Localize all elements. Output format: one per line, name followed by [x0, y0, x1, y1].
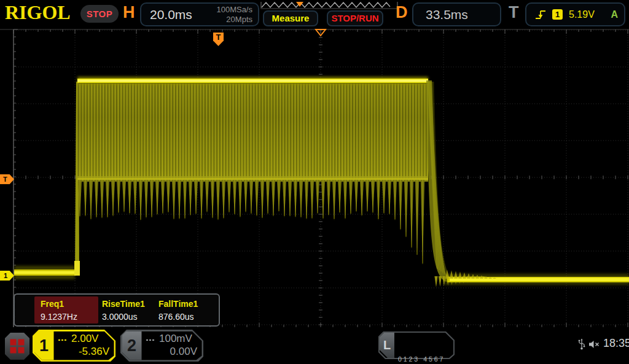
- sample-rate: 100MSa/s: [216, 5, 252, 15]
- delay-box[interactable]: 33.5ms: [412, 2, 501, 26]
- usb-icon: [578, 338, 585, 350]
- channel1-scale: 2.00V: [71, 333, 98, 345]
- trigger-label: T: [509, 3, 519, 22]
- channel2-badge[interactable]: 2 100mV 0.00V: [120, 330, 203, 362]
- horizontal-label: H: [123, 3, 135, 22]
- bottom-status-bar: 1 2.00V -5.36V 2 100mV 0.00V: [0, 328, 629, 364]
- measurement-value: 876.60us: [158, 312, 216, 322]
- measurement-label: Freq1: [41, 299, 98, 309]
- trigger-source-badge: 1: [552, 9, 563, 20]
- measurement-label: FallTime1: [158, 299, 216, 309]
- measurement-freq1[interactable]: Freq1 9.1237Hz: [34, 296, 98, 323]
- memory-position-bar: [260, 1, 398, 9]
- acquisition-status-badge: STOP: [80, 5, 119, 23]
- trigger-box[interactable]: 1 5.19V A: [525, 2, 625, 26]
- menu-grid-icon: [10, 339, 25, 354]
- timebase-value: 20.0ms: [150, 4, 192, 25]
- delay-reference-marker: [314, 29, 327, 37]
- dc-coupling-icon: [58, 338, 68, 341]
- memory-depth: 20Mpts: [216, 15, 252, 25]
- measurement-risetime1[interactable]: RiseTime1 3.0000us: [98, 296, 155, 323]
- trigger-level-value: 5.19V: [569, 9, 595, 20]
- measurement-falltime1[interactable]: FallTime1 876.60us: [155, 296, 216, 323]
- top-status-bar: RIGOL STOP H 20.0ms 100MSa/s 20Mpts Meas…: [0, 0, 629, 28]
- measurement-value: 3.0000us: [102, 312, 155, 322]
- channel1-offset: -5.36V: [58, 346, 109, 358]
- speaker-muted-icon: [588, 340, 601, 349]
- channel2-scale: 100mV: [159, 333, 192, 345]
- measure-button[interactable]: Measure: [263, 10, 318, 26]
- channel2-offset: 0.00V: [146, 346, 197, 358]
- channel1-trace: [14, 77, 629, 287]
- delay-label: D: [396, 3, 408, 22]
- clock: 18:35: [603, 337, 629, 350]
- la-channel-numbers: 0 1 2 34 5 6 7 8 9 10 1112 13 14 15: [398, 335, 464, 364]
- measurement-panel: Freq1 9.1237Hz RiseTime1 3.0000us FallTi…: [14, 293, 220, 327]
- oscilloscope-screen: RIGOL STOP H 20.0ms 100MSa/s 20Mpts Meas…: [0, 0, 629, 364]
- rigol-logo: RIGOL: [5, 1, 71, 24]
- channel1-badge[interactable]: 1 2.00V -5.36V: [33, 330, 115, 362]
- delay-value: 33.5ms: [426, 4, 468, 25]
- horizontal-timebase-box[interactable]: 20.0ms 100MSa/s 20Mpts: [140, 2, 259, 26]
- logic-analyzer-badge[interactable]: L 0 1 2 34 5 6 7 8 9 10 1112 13 14 15: [378, 331, 455, 359]
- trigger-mode: A: [611, 9, 618, 20]
- menu-button[interactable]: [5, 333, 29, 360]
- dc-coupling-icon: [146, 338, 155, 341]
- acquisition-info: 100MSa/s 20Mpts: [216, 5, 252, 25]
- stop-run-button[interactable]: STOP/RUN: [327, 10, 383, 26]
- measurement-label: RiseTime1: [102, 299, 155, 309]
- measurement-value: 9.1237Hz: [41, 312, 98, 322]
- falling-edge-icon: [535, 9, 546, 21]
